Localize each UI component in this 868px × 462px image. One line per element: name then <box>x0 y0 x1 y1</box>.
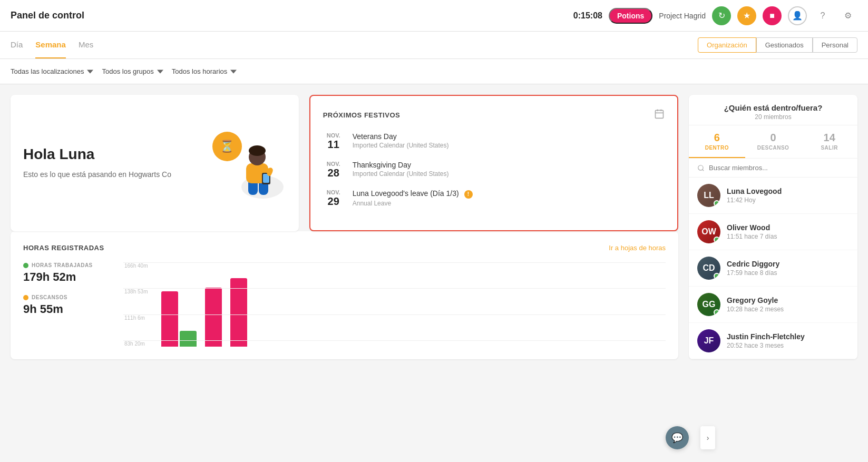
tab-bar: Día Semana Mes Organización Gestionados … <box>0 32 868 59</box>
header: Panel de control 0:15:08 Potions Project… <box>0 0 868 32</box>
worked-label: HORAS TRABAJADAS <box>23 262 108 268</box>
page-title: Panel de control <box>11 10 84 21</box>
hours-body: HORAS TRABAJADAS 179h 52m DESCANSOS 9h 5… <box>23 262 666 347</box>
who-card: ¿Quién está dentro/fuera? 20 miembros 6 … <box>689 95 857 359</box>
filter-locations[interactable]: Todas las localizaciones <box>11 67 93 75</box>
settings-icon: ⚙ <box>844 11 852 21</box>
holiday-date: NOV. 29 <box>323 189 344 207</box>
holiday-day: 28 <box>323 167 344 179</box>
who-title: ¿Quién está dentro/fuera? <box>699 103 847 112</box>
filter-groups-label: Todos los grupos <box>102 67 153 75</box>
hours-link[interactable]: Ir a hojas de horas <box>609 244 666 252</box>
svg-line-13 <box>703 169 704 171</box>
chevron-down-icon <box>157 68 163 75</box>
filter-locations-label: Todas las localizaciones <box>11 67 84 75</box>
chart-area: 166h 40m 138h 53m 111h 6m 83h 20m <box>123 262 666 347</box>
member-item[interactable]: GG Gregory Goyle 10:28 hace 2 meses <box>689 287 857 323</box>
welcome-illustration: ⏳ <box>202 126 286 200</box>
member-name: Oliver Wood <box>727 223 777 232</box>
star-button[interactable]: ★ <box>737 6 756 25</box>
member-item[interactable]: CD Cedric Diggory 17:59 hace 8 días <box>689 250 857 287</box>
member-name: Luna Lovegood <box>727 187 782 195</box>
avatar: LL <box>697 184 720 207</box>
help-button[interactable]: ? <box>813 6 832 25</box>
search-input[interactable] <box>709 164 849 172</box>
holiday-date: NOV. 28 <box>323 161 344 179</box>
dentro-count: 6 <box>693 132 741 144</box>
member-time: 20:52 hace 3 meses <box>727 342 805 349</box>
tab-semana[interactable]: Semana <box>35 32 66 58</box>
holiday-day: 11 <box>323 139 344 150</box>
online-indicator <box>714 273 720 279</box>
filter-bar: Todas las localizaciones Todos los grupo… <box>0 59 868 84</box>
holiday-sub: Imported Calendar (United States) <box>353 170 449 178</box>
holiday-item: NOV. 28 Thanksgiving Day Imported Calend… <box>323 161 665 179</box>
personal-button[interactable]: Personal <box>813 37 857 53</box>
member-info: Oliver Wood 11:51 hace 7 días <box>727 223 777 240</box>
user-icon: 👤 <box>792 11 803 21</box>
potions-button[interactable]: Potions <box>609 8 652 24</box>
member-time: 10:28 hace 2 meses <box>727 306 784 313</box>
breaks-label: DESCANSOS <box>23 294 108 300</box>
member-name: Cedric Diggory <box>727 260 779 268</box>
who-stats: 6 DENTRO 0 DESCANSO 14 SALIR <box>689 125 857 159</box>
who-stat-salir[interactable]: 14 SALIR <box>801 125 857 158</box>
view-switcher: Organización Gestionados Personal <box>698 37 857 53</box>
hours-header: HORAS REGISTRADAS Ir a hojas de horas <box>23 244 666 252</box>
holiday-item: NOV. 11 Veterans Day Imported Calendar (… <box>323 132 665 150</box>
holiday-item: NOV. 29 Luna Lovegood's leave (Día 1/3) … <box>323 189 665 207</box>
sync-button[interactable]: ↻ <box>712 6 731 25</box>
worked-stat: HORAS TRABAJADAS 179h 52m <box>23 262 108 284</box>
bar-pink <box>205 288 222 347</box>
welcome-card: Hola Luna Esto es lo que está pasando en… <box>11 95 299 231</box>
bar-pink <box>161 291 178 347</box>
tab-dia[interactable]: Día <box>11 32 23 58</box>
breaks-dot <box>23 295 28 300</box>
avatar: CD <box>697 257 720 280</box>
hours-stats: HORAS TRABAJADAS 179h 52m DESCANSOS 9h 5… <box>23 262 108 347</box>
holidays-card: PRÓXIMOS FESTIVOS NOV. 11 Veterans Day <box>309 95 678 231</box>
sync-icon: ↻ <box>718 11 725 21</box>
filter-groups[interactable]: Todos los grupos <box>102 67 163 75</box>
tab-mes[interactable]: Mes <box>79 32 93 58</box>
star-icon: ★ <box>743 11 750 21</box>
member-item[interactable]: LL Luna Lovegood 11:42 Hoy <box>689 178 857 214</box>
bar-group <box>161 291 197 347</box>
holiday-info: Thanksgiving Day Imported Calendar (Unit… <box>353 161 449 178</box>
organizacion-button[interactable]: Organización <box>698 37 756 53</box>
side-area: ¿Quién está dentro/fuera? 20 miembros 6 … <box>689 84 868 370</box>
member-info: Gregory Goyle 10:28 hace 2 meses <box>727 296 784 313</box>
descanso-count: 0 <box>749 132 797 144</box>
user-button[interactable]: 👤 <box>788 6 807 25</box>
timer-display: 0:15:08 <box>573 11 602 21</box>
holiday-info: Veterans Day Imported Calendar (United S… <box>353 132 449 149</box>
stop-button[interactable]: ■ <box>763 6 782 25</box>
bar-group <box>230 278 247 347</box>
filter-schedules[interactable]: Todos los horarios <box>172 67 237 75</box>
member-time: 11:42 Hoy <box>727 196 782 204</box>
member-name: Justin Finch-Fletchley <box>727 332 805 341</box>
holiday-month: NOV. <box>323 161 344 167</box>
holiday-name: Thanksgiving Day <box>353 161 449 169</box>
worked-value: 179h 52m <box>23 270 108 284</box>
gestionados-button[interactable]: Gestionados <box>756 37 813 53</box>
leave-indicator: ! <box>464 190 473 199</box>
chevron-down-icon <box>230 68 237 75</box>
descanso-label: DESCANSO <box>749 145 797 151</box>
member-item[interactable]: OW Oliver Wood 11:51 hace 7 días <box>689 214 857 250</box>
who-stat-dentro[interactable]: 6 DENTRO <box>689 125 745 158</box>
hours-card: HORAS REGISTRADAS Ir a hojas de horas HO… <box>11 231 678 359</box>
member-info: Cedric Diggory 17:59 hace 8 días <box>727 260 779 277</box>
who-stat-descanso[interactable]: 0 DESCANSO <box>745 125 802 158</box>
holiday-sub: Imported Calendar (United States) <box>353 142 449 149</box>
member-item[interactable]: JF Justin Finch-Fletchley 20:52 hace 3 m… <box>689 323 857 359</box>
search-icon <box>697 164 705 172</box>
online-indicator <box>714 237 720 243</box>
calendar-icon-button[interactable] <box>654 109 665 122</box>
project-label: Project Hagrid <box>659 12 706 20</box>
calendar-icon <box>654 109 665 119</box>
settings-button[interactable]: ⚙ <box>838 6 857 25</box>
holiday-info: Luna Lovegood's leave (Día 1/3) ! Annual… <box>353 189 473 207</box>
welcome-description: Esto es lo que está pasando en Hogwarts … <box>23 169 171 180</box>
breaks-value: 9h 55m <box>23 302 108 316</box>
